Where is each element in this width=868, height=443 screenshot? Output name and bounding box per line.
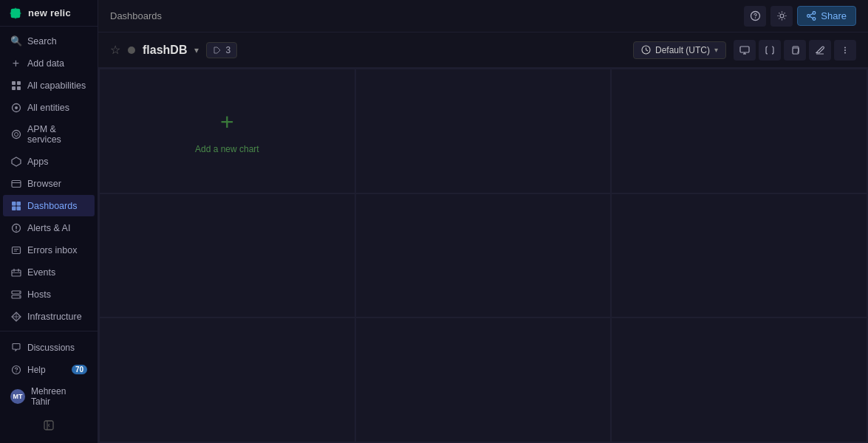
grid-cell-6	[611, 193, 867, 318]
add-chart-button[interactable]: + Add a new chart	[195, 107, 259, 154]
settings-icon	[776, 10, 787, 21]
sidebar-item-all-capabilities[interactable]: All capabilities	[3, 75, 95, 96]
sidebar-nav: 🔍 Search + Add data All capabilities All…	[0, 27, 98, 331]
sidebar-label-events: Events	[27, 267, 55, 278]
edit-button[interactable]	[809, 40, 831, 61]
header-icon-row	[734, 40, 856, 61]
json-button[interactable]	[759, 40, 781, 61]
svg-line-51	[810, 13, 813, 15]
svg-point-30	[18, 296, 19, 297]
timezone-button[interactable]: Default (UTC) ▾	[633, 41, 726, 59]
svg-rect-16	[16, 206, 21, 210]
sidebar-item-events[interactable]: Events	[3, 261, 95, 283]
apps-icon	[10, 156, 21, 167]
version-icon	[213, 46, 222, 55]
timezone-chevron-icon: ▾	[714, 46, 718, 54]
sidebar: new relic 🔍 Search + Add data All capabi…	[0, 0, 98, 443]
svg-rect-2	[12, 81, 16, 85]
svg-point-8	[12, 131, 20, 139]
dashboard-grid: + Add a new chart	[98, 68, 868, 443]
svg-point-48	[813, 12, 816, 15]
sidebar-item-dashboards[interactable]: Dashboards	[3, 195, 95, 216]
json-icon	[765, 45, 775, 55]
svg-line-52	[810, 16, 813, 18]
sidebar-label-all-entities: All entities	[27, 103, 69, 113]
sidebar-item-all-entities[interactable]: All entities	[3, 97, 95, 118]
favorite-button[interactable]: ☆	[110, 43, 120, 57]
settings-button[interactable]	[770, 6, 793, 27]
sidebar-label-discussions: Discussions	[27, 343, 75, 353]
sidebar-item-errors-inbox[interactable]: Errors inbox	[3, 239, 95, 261]
dashboard-name: flashDB	[143, 44, 187, 57]
svg-rect-3	[17, 81, 21, 85]
dashboard-chevron-icon[interactable]: ▾	[194, 45, 199, 55]
copy-button[interactable]	[784, 40, 806, 61]
sidebar-item-apps[interactable]: Apps	[3, 151, 95, 172]
all-capabilities-icon	[10, 80, 21, 91]
svg-point-19	[16, 230, 17, 231]
svg-rect-13	[12, 202, 16, 206]
add-data-icon: +	[10, 58, 21, 69]
sidebar-label-alerts-ai: Alerts & AI	[27, 223, 70, 233]
sidebar-item-search[interactable]: 🔍 Search	[3, 30, 95, 52]
dashboard-header: ☆ flashDB ▾ 3 Default (UTC) ▾	[98, 32, 868, 68]
sidebar-item-infrastructure[interactable]: Infrastructure	[3, 306, 95, 327]
sidebar-label-apps: Apps	[27, 157, 49, 167]
copy-icon	[790, 45, 800, 55]
svg-rect-15	[12, 206, 16, 210]
search-icon: 🔍	[10, 35, 21, 47]
svg-point-7	[15, 106, 18, 109]
sidebar-item-hosts[interactable]: Hosts	[3, 284, 95, 305]
add-chart-label: Add a new chart	[195, 144, 259, 154]
topbar-title: Dashboards	[110, 10, 162, 21]
help-badge: 70	[72, 365, 87, 374]
sidebar-item-apm-services[interactable]: APM & services	[3, 119, 95, 150]
discussions-icon	[10, 342, 21, 353]
svg-point-62	[844, 49, 846, 51]
main-content: Dashboards Share ☆ flashDB ▾ 3 Default (	[98, 0, 868, 443]
sidebar-label-dashboards: Dashboards	[27, 201, 77, 211]
publish-status-dot	[128, 47, 135, 54]
tv-mode-button[interactable]	[734, 40, 756, 61]
svg-rect-11	[12, 180, 21, 187]
events-icon	[10, 267, 21, 278]
more-options-button[interactable]	[834, 40, 856, 61]
sidebar-label-errors-inbox: Errors inbox	[27, 245, 77, 255]
version-badge[interactable]: 3	[206, 42, 237, 58]
svg-line-55	[646, 50, 648, 52]
share-button[interactable]: Share	[797, 6, 856, 26]
sidebar-label-all-capabilities: All capabilities	[27, 80, 86, 91]
collapse-sidebar-button[interactable]	[3, 415, 95, 436]
share-label: Share	[821, 10, 847, 21]
grid-cell-3	[611, 69, 867, 193]
clock-icon	[641, 45, 651, 55]
sidebar-item-alerts-ai[interactable]: Alerts & AI	[3, 217, 95, 238]
svg-rect-23	[12, 270, 21, 276]
help-icon	[10, 364, 21, 375]
sidebar-label-search: Search	[27, 36, 57, 47]
svg-point-49	[813, 18, 816, 21]
topbar: Dashboards Share	[98, 0, 868, 32]
help-center-button[interactable]	[744, 6, 766, 27]
svg-rect-56	[740, 47, 749, 52]
alerts-ai-icon	[10, 222, 21, 233]
sidebar-item-help[interactable]: Help 70	[3, 359, 95, 380]
grid-cell-2	[355, 69, 612, 193]
sidebar-item-browser[interactable]: Browser	[3, 173, 95, 194]
grid-cell-8	[355, 317, 612, 442]
svg-rect-14	[16, 202, 21, 206]
collapse-icon	[43, 419, 55, 431]
help-center-icon	[750, 10, 761, 21]
sidebar-user[interactable]: MT Mehreen Tahir	[3, 381, 95, 412]
edit-icon	[815, 45, 825, 55]
infrastructure-icon	[10, 311, 21, 322]
grid-cell-1[interactable]: + Add a new chart	[99, 69, 355, 193]
sidebar-item-discussions[interactable]: Discussions	[3, 337, 95, 358]
sidebar-label-hosts: Hosts	[27, 289, 51, 300]
svg-rect-59	[793, 48, 799, 54]
svg-point-63	[844, 52, 846, 53]
svg-point-29	[18, 292, 19, 292]
sidebar-item-add-data[interactable]: + Add data	[3, 52, 95, 74]
topbar-actions: Share	[744, 6, 856, 27]
browser-icon	[10, 178, 21, 189]
